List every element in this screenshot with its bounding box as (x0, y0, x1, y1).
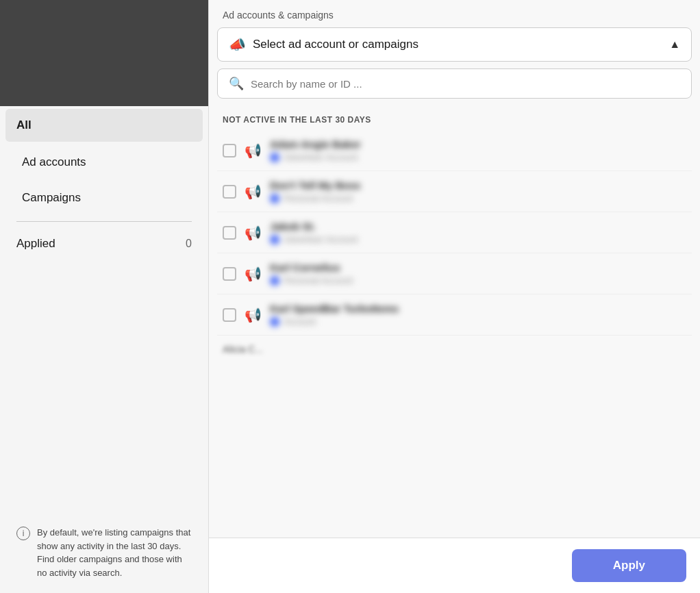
sidebar-nav: All Ad accounts Campaigns Applied 0 (0, 106, 208, 512)
item-name-5: Karl SpeedBar TurboItems (270, 303, 686, 314)
checkbox-4[interactable] (223, 267, 236, 281)
item-content-2: Don't Tell My Boss Personal Account (270, 179, 686, 203)
section-label: NOT ACTIVE IN THE LAST 30 DAYS (209, 105, 700, 130)
checkbox-1[interactable] (223, 144, 236, 157)
list-item: 📢 Don't Tell My Boss Personal Account (217, 171, 692, 212)
item-content-1: Adam Angie Baker Advertiser Account (270, 138, 686, 162)
applied-count: 0 (186, 238, 192, 250)
sidebar-item-campaigns[interactable]: Campaigns (5, 181, 203, 214)
ad-account-icon-1: 📢 (245, 142, 262, 159)
checkbox-3[interactable] (223, 226, 236, 240)
partial-item: Alicia C... (217, 336, 692, 363)
ad-account-icon-4: 📢 (245, 266, 262, 282)
ad-account-icon-5: 📢 (245, 307, 262, 323)
item-dot-4 (270, 276, 279, 286)
sidebar-item-all[interactable]: All (5, 109, 203, 142)
search-input[interactable] (251, 78, 680, 90)
item-sub-2: Personal Account (270, 193, 686, 203)
applied-row: Applied 0 (0, 227, 208, 260)
item-dot-1 (270, 153, 279, 162)
item-name-2: Don't Tell My Boss (270, 179, 686, 191)
megaphone-icon: 📣 (229, 36, 246, 53)
item-content-4: Karl Cornelius Personal Account (270, 262, 686, 286)
item-content-5: Karl SpeedBar TurboItems Account (270, 303, 686, 327)
sidebar-info: i By default, we're listing campaigns th… (0, 512, 208, 593)
list-container: 📢 Adam Angie Baker Advertiser Account 📢 … (209, 130, 700, 538)
item-dot-2 (270, 194, 279, 203)
item-name-3: Jakob St. (270, 220, 686, 232)
ad-account-icon-2: 📢 (245, 184, 262, 200)
item-dot-3 (270, 235, 279, 244)
checkbox-2[interactable] (223, 185, 236, 199)
dropdown-button[interactable]: 📣 Select ad account or campaigns ▲ (217, 27, 692, 62)
chevron-up-icon: ▲ (669, 38, 680, 51)
panel-header: Ad accounts & campaigns (209, 0, 700, 27)
ad-account-icon-3: 📢 (245, 225, 262, 241)
item-name-4: Karl Cornelius (270, 262, 686, 273)
main-panel: Ad accounts & campaigns 📣 Select ad acco… (209, 0, 700, 593)
panel-title: Ad accounts & campaigns (223, 10, 334, 21)
item-sub-5: Account (270, 316, 686, 327)
list-item: 📢 Karl Cornelius Personal Account (217, 253, 692, 294)
search-box: 🔍 (217, 68, 692, 99)
item-name-1: Adam Angie Baker (270, 138, 686, 150)
nav-divider (16, 221, 192, 222)
info-icon: i (16, 527, 30, 540)
list-item: 📢 Jakob St. Advertiser Account (217, 212, 692, 253)
checkbox-5[interactable] (223, 308, 236, 322)
apply-button[interactable]: Apply (572, 549, 686, 582)
item-content-3: Jakob St. Advertiser Account (270, 220, 686, 244)
item-sub-3: Advertiser Account (270, 234, 686, 244)
sidebar-item-ad-accounts[interactable]: Ad accounts (5, 146, 203, 179)
dropdown-label: Select ad account or campaigns (253, 38, 418, 51)
list-item: 📢 Karl SpeedBar TurboItems Account (217, 294, 692, 336)
partial-label: Alicia C... (223, 344, 263, 355)
info-text: By default, we're listing campaigns that… (37, 526, 192, 579)
dropdown-left: 📣 Select ad account or campaigns (229, 36, 418, 53)
sidebar: All Ad accounts Campaigns Applied 0 i By… (0, 0, 209, 593)
item-sub-4: Personal Account (270, 275, 686, 286)
search-icon: 🔍 (229, 76, 244, 91)
item-dot-5 (270, 317, 279, 327)
footer-bar: Apply (209, 538, 700, 593)
sidebar-top-dark (0, 0, 208, 106)
item-sub-1: Advertiser Account (270, 152, 686, 162)
applied-label: Applied (16, 237, 55, 251)
list-item: 📢 Adam Angie Baker Advertiser Account (217, 130, 692, 171)
